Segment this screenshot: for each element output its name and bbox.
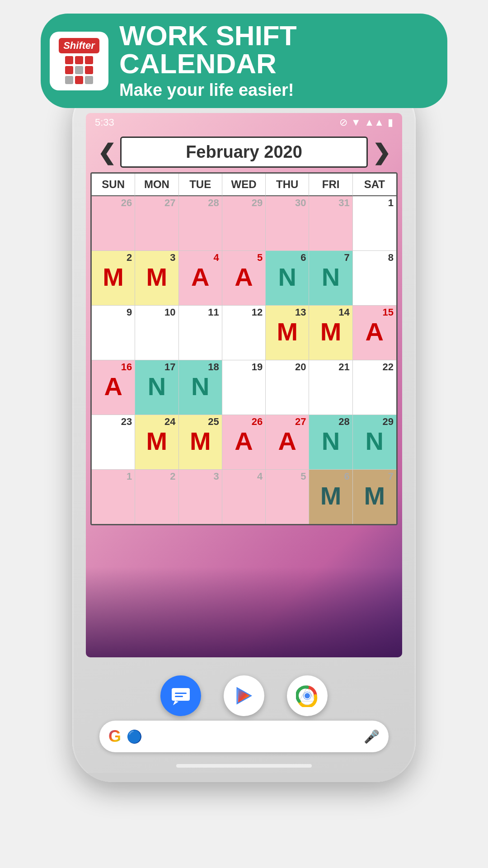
day-header-sun: SUN: [92, 174, 135, 196]
calendar-cell[interactable]: 4: [222, 470, 266, 524]
cell-date: 4: [214, 253, 219, 263]
calendar-cell[interactable]: 24M: [135, 415, 178, 469]
calendar-cell[interactable]: 23: [92, 415, 135, 469]
cell-date: 27: [164, 198, 175, 208]
day-header-thu: THU: [266, 174, 309, 196]
calendar-container: SUNMONTUEWEDTHUFRISAT 26272829303112M3M4…: [86, 172, 402, 657]
calendar-cell[interactable]: 3: [179, 470, 222, 524]
calendar-cell[interactable]: 2: [135, 470, 178, 524]
google-assistant-icon: 🔵: [127, 729, 142, 744]
calendar-cell[interactable]: 28N: [309, 415, 352, 469]
cell-shift-letter: N: [268, 264, 306, 290]
calendar-cell[interactable]: 12: [222, 306, 266, 360]
banner-title: WORK SHIFT CALENDAR: [119, 22, 429, 78]
calendar-cell[interactable]: 22: [353, 360, 396, 415]
cell-date: 8: [388, 253, 394, 263]
day-header-mon: MON: [135, 174, 178, 196]
calendar-week: 2324M25M26A27A28N29N: [92, 415, 396, 470]
calendar-cell[interactable]: 26: [92, 196, 135, 250]
cell-date: 31: [338, 198, 349, 208]
calendar-cell[interactable]: 27A: [266, 415, 309, 469]
svg-point-9: [305, 693, 310, 698]
cell-date: 28: [338, 417, 349, 427]
svg-marker-5: [238, 689, 250, 703]
cell-shift-letter: M: [312, 319, 349, 344]
next-month-button[interactable]: ❯: [368, 140, 395, 165]
cell-date: 2: [170, 472, 175, 481]
cell-shift-letter: M: [138, 264, 175, 290]
calendar-cell[interactable]: 29N: [353, 415, 396, 469]
phone-screen: 5:33 ⊘ ▼ ▲▲ ▮ ❮ February 2020 ❯ SUNMONTU…: [86, 113, 402, 657]
svg-rect-0: [172, 688, 190, 701]
google-mic-icon[interactable]: 🎤: [364, 729, 380, 744]
cell-date: 3: [214, 472, 219, 481]
home-indicator: [176, 764, 312, 768]
calendar-cell[interactable]: 5: [266, 470, 309, 524]
calendar-week: 2627282930311: [92, 196, 396, 251]
calendar-week: 910111213M14M15A: [92, 306, 396, 360]
calendar-cell[interactable]: 27: [135, 196, 178, 250]
cell-shift-letter: M: [356, 483, 394, 509]
messages-app-icon[interactable]: [160, 675, 201, 716]
cell-shift-letter: M: [268, 319, 306, 344]
cell-date: 6: [300, 253, 306, 263]
calendar-cell[interactable]: 20: [266, 360, 309, 415]
cell-date: 5: [257, 253, 263, 263]
calendar-cell[interactable]: 28: [179, 196, 222, 250]
cell-shift-letter: N: [138, 374, 175, 399]
chrome-app-icon[interactable]: [287, 675, 328, 716]
google-search-bar[interactable]: G 🔵 🎤: [99, 721, 389, 752]
cell-date: 7: [388, 472, 394, 481]
calendar-cell[interactable]: 6M: [309, 470, 352, 524]
calendar-cell[interactable]: 17N: [135, 360, 178, 415]
app-banner: Shifter WORK SHIFT CALENDAR Make your li…: [41, 14, 447, 108]
play-store-app-icon[interactable]: [224, 675, 264, 716]
calendar-cell[interactable]: 9: [92, 306, 135, 360]
cell-date: 11: [208, 307, 219, 317]
cell-date: 23: [121, 417, 132, 427]
calendar-cell[interactable]: 15A: [353, 306, 396, 360]
battery-icon: ▮: [388, 117, 393, 128]
calendar-cell[interactable]: 6N: [266, 251, 309, 305]
phone-bottom-bar: [86, 773, 402, 782]
cell-shift-letter: M: [94, 264, 132, 290]
cell-date: 5: [300, 472, 306, 481]
calendar-cell[interactable]: 19: [222, 360, 266, 415]
cell-date: 30: [295, 198, 306, 208]
calendar-cell[interactable]: 25M: [179, 415, 222, 469]
calendar-cell[interactable]: 5A: [222, 251, 266, 305]
cell-date: 29: [252, 198, 263, 208]
cell-date: 22: [383, 362, 394, 372]
cell-shift-letter: A: [356, 319, 394, 344]
calendar-cell[interactable]: 14M: [309, 306, 352, 360]
calendar-cell[interactable]: 3M: [135, 251, 178, 305]
icon-grid: [65, 56, 93, 84]
calendar-cell[interactable]: 11: [179, 306, 222, 360]
calendar-cell[interactable]: 1: [353, 196, 396, 250]
calendar-cell[interactable]: 7M: [353, 470, 396, 524]
calendar-cell[interactable]: 26A: [222, 415, 266, 469]
cell-date: 14: [338, 307, 349, 317]
bottom-nav: [160, 666, 328, 721]
calendar-cell[interactable]: 10: [135, 306, 178, 360]
calendar-cell[interactable]: 30: [266, 196, 309, 250]
banner-text: WORK SHIFT CALENDAR Make your life easie…: [119, 22, 429, 100]
google-logo: G: [108, 727, 121, 746]
calendar-cell[interactable]: 31: [309, 196, 352, 250]
calendar-cell[interactable]: 7N: [309, 251, 352, 305]
cell-date: 1: [388, 198, 394, 208]
calendar-cell[interactable]: 8: [353, 251, 396, 305]
calendar-cell[interactable]: 1: [92, 470, 135, 524]
calendar-cell[interactable]: 29: [222, 196, 266, 250]
calendar-cell[interactable]: 4A: [179, 251, 222, 305]
month-title: February 2020: [120, 137, 368, 168]
calendar-cell[interactable]: 13M: [266, 306, 309, 360]
calendar-cell[interactable]: 21: [309, 360, 352, 415]
wifi-icon: ▼: [351, 117, 361, 128]
calendar-cell[interactable]: 2M: [92, 251, 135, 305]
cell-date: 12: [252, 307, 263, 317]
calendar-cell[interactable]: 18N: [179, 360, 222, 415]
calendar-cell[interactable]: 16A: [92, 360, 135, 415]
prev-month-button[interactable]: ❮: [93, 140, 120, 165]
cell-date: 3: [170, 253, 175, 263]
